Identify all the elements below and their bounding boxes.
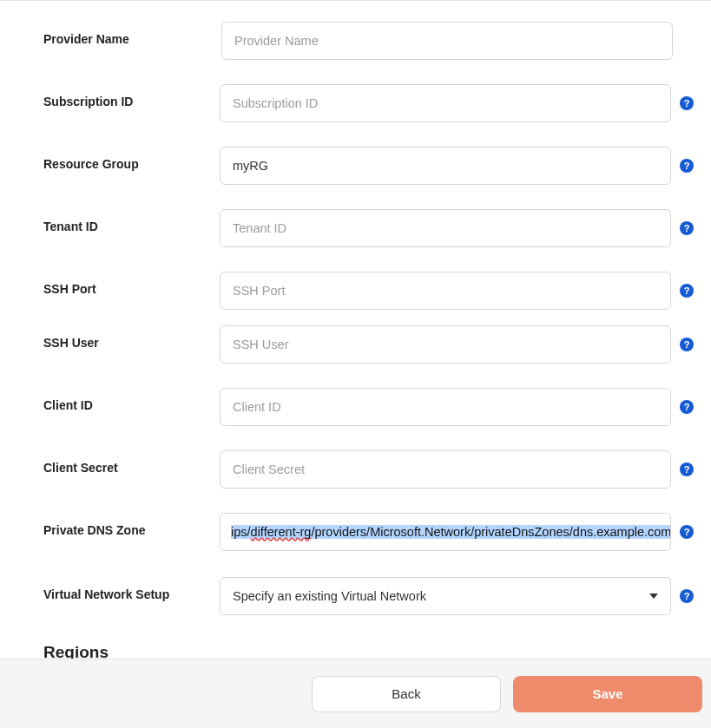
label-tenant-id: Tenant ID [43, 209, 220, 233]
virtual-network-setup-select[interactable]: Specify an existing Virtual Network [220, 577, 671, 615]
input-wrap-subscription-id: ? [220, 84, 694, 122]
row-virtual-network-setup: Virtual Network Setup Specify an existin… [43, 577, 694, 615]
row-ssh-user: SSH User ? [43, 325, 694, 364]
input-wrap-tenant-id: ? [220, 209, 694, 247]
virtual-network-setup-selected: Specify an existing Virtual Network [233, 589, 426, 603]
ssh-port-input[interactable] [220, 272, 671, 310]
input-wrap-client-id: ? [220, 388, 694, 426]
help-icon[interactable]: ? [680, 589, 694, 603]
client-id-input[interactable] [220, 388, 671, 426]
label-virtual-network-setup: Virtual Network Setup [43, 577, 220, 601]
input-wrap-ssh-user: ? [220, 325, 694, 364]
input-wrap-resource-group: ? [220, 147, 694, 185]
row-client-id: Client ID ? [43, 388, 694, 426]
input-wrap-provider-name [221, 22, 694, 60]
provider-name-input[interactable] [221, 22, 673, 60]
private-dns-zone-value: ips/different-rg/providers/Microsoft.Net… [231, 525, 671, 539]
label-private-dns-zone: Private DNS Zone [43, 513, 220, 537]
help-icon[interactable]: ? [680, 525, 694, 539]
client-secret-input[interactable] [220, 450, 671, 489]
row-provider-name: Provider Name [43, 22, 694, 60]
label-client-id: Client ID [43, 388, 220, 412]
label-client-secret: Client Secret [43, 450, 220, 475]
input-wrap-ssh-port: ? [220, 272, 694, 310]
subscription-id-input[interactable] [220, 84, 671, 122]
label-provider-name: Provider Name [43, 22, 221, 46]
row-private-dns-zone: Private DNS Zone ips/different-rg/provid… [43, 513, 694, 551]
private-dns-zone-input[interactable]: ips/different-rg/providers/Microsoft.Net… [220, 513, 671, 551]
row-client-secret: Client Secret ? [43, 450, 694, 489]
help-icon[interactable]: ? [680, 338, 694, 351]
row-tenant-id: Tenant ID ? [43, 209, 694, 247]
input-wrap-private-dns-zone: ips/different-rg/providers/Microsoft.Net… [220, 513, 694, 551]
input-wrap-client-secret: ? [220, 450, 694, 489]
save-button[interactable]: Save [513, 676, 702, 712]
help-icon[interactable]: ? [680, 400, 694, 414]
row-subscription-id: Subscription ID ? [43, 84, 694, 122]
help-icon[interactable]: ? [680, 221, 694, 235]
back-button[interactable]: Back [312, 676, 501, 712]
form-footer: Back Save [0, 659, 711, 728]
input-wrap-virtual-network-setup: Specify an existing Virtual Network ? [220, 577, 694, 615]
row-resource-group: Resource Group ? [43, 147, 694, 185]
label-ssh-port: SSH Port [43, 272, 220, 296]
help-icon[interactable]: ? [680, 96, 694, 110]
ssh-user-input[interactable] [220, 325, 671, 364]
label-subscription-id: Subscription ID [43, 84, 220, 108]
label-ssh-user: SSH User [43, 325, 220, 350]
label-resource-group: Resource Group [43, 147, 220, 171]
help-icon[interactable]: ? [680, 462, 694, 476]
provider-config-form: Provider Name Subscription ID ? Resource… [0, 1, 711, 728]
help-icon[interactable]: ? [680, 284, 694, 298]
row-ssh-port: SSH Port ? [43, 272, 694, 310]
tenant-id-input[interactable] [220, 209, 671, 247]
resource-group-input[interactable] [220, 147, 671, 185]
help-icon[interactable]: ? [680, 159, 694, 173]
chevron-down-icon [649, 594, 658, 599]
